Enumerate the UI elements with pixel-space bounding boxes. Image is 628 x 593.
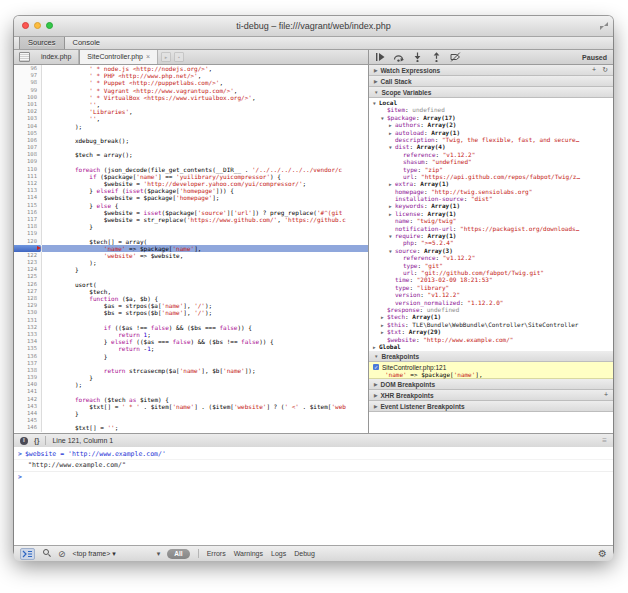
- line-number[interactable]: 133: [14, 331, 42, 338]
- pretty-print-icon[interactable]: {}: [34, 437, 39, 444]
- line-number[interactable]: 108: [14, 151, 42, 158]
- scope-variable[interactable]: ▶Global: [369, 343, 613, 350]
- console-prompt[interactable]: >: [14, 472, 613, 482]
- scope-variable[interactable]: ▼$package: Array(17): [369, 114, 613, 121]
- dom-breakpoints-header[interactable]: ▶ DOM Breakpoints: [369, 379, 613, 390]
- scope-variables-header[interactable]: ▼ Scope Variables: [369, 87, 613, 98]
- line-number[interactable]: 134: [14, 338, 42, 345]
- line-number[interactable]: 101: [14, 101, 42, 108]
- refresh-watch-icon[interactable]: ↻: [602, 65, 608, 75]
- event-listener-breakpoints-header[interactable]: ▶ Event Listener Breakpoints: [369, 401, 613, 412]
- fullscreen-icon[interactable]: [600, 22, 608, 30]
- file-tab[interactable]: SiteController.php×: [79, 50, 158, 64]
- scope-variable[interactable]: type: "zip": [369, 166, 613, 173]
- filter-all[interactable]: All: [167, 549, 189, 559]
- scope-variable[interactable]: notification-url: "https://packagist.org…: [369, 225, 613, 232]
- pause-on-exceptions-icon[interactable]: ‖: [20, 437, 28, 445]
- line-number[interactable]: 139: [14, 374, 42, 381]
- line-number[interactable]: 106: [14, 137, 42, 144]
- line-number[interactable]: 137: [14, 360, 42, 367]
- step-into-button[interactable]: [412, 52, 423, 62]
- scope-variable[interactable]: shasum: "undefined": [369, 158, 613, 165]
- line-number[interactable]: 97: [14, 72, 42, 79]
- scope-variable[interactable]: ▶keywords: Array(1): [369, 202, 613, 209]
- line-number[interactable]: 130: [14, 309, 42, 316]
- settings-gear-icon[interactable]: ⚙: [598, 548, 607, 559]
- context-select-icon[interactable]: ▾: [157, 550, 161, 558]
- line-number[interactable]: 128: [14, 295, 42, 302]
- scope-variable[interactable]: version: "v1.12.2": [369, 291, 613, 298]
- filter-warnings[interactable]: Warnings: [234, 550, 263, 557]
- line-number[interactable]: 112: [14, 180, 42, 187]
- scope-variable[interactable]: reference: "v1.12.2": [369, 151, 613, 158]
- line-number[interactable]: 126: [14, 281, 42, 288]
- search-icon[interactable]: [42, 549, 51, 558]
- line-number[interactable]: 142: [14, 396, 42, 403]
- line-number[interactable]: 129: [14, 302, 42, 309]
- scope-variable[interactable]: version_normalized: "1.12.2.0": [369, 299, 613, 306]
- panel-tab-console[interactable]: Console: [65, 37, 109, 49]
- line-number[interactable]: 100: [14, 94, 42, 101]
- line-number[interactable]: 144: [14, 410, 42, 417]
- watch-expressions-header[interactable]: ▶ Watch Expressions + ↻: [369, 65, 613, 76]
- scope-variable[interactable]: ▶$txt: Array(29): [369, 328, 613, 335]
- step-over-button[interactable]: [393, 52, 404, 62]
- line-number[interactable]: 145: [14, 417, 42, 424]
- scope-variable[interactable]: ▶$tech: Array(1): [369, 313, 613, 320]
- drawer-resize-grip[interactable]: ≡: [602, 436, 607, 445]
- line-number[interactable]: 114: [14, 194, 42, 201]
- line-number[interactable]: 115: [14, 202, 42, 209]
- scope-variable[interactable]: ▶license: Array(1): [369, 210, 613, 217]
- scope-variable[interactable]: $response: undefined: [369, 306, 613, 313]
- line-number[interactable]: 110: [14, 166, 42, 173]
- line-number[interactable]: 118: [14, 223, 42, 230]
- breakpoint-checkbox[interactable]: ✓: [373, 364, 379, 370]
- line-number[interactable]: 132: [14, 324, 42, 331]
- line-number[interactable]: 146: [14, 424, 42, 431]
- close-tab-icon[interactable]: ×: [146, 50, 150, 64]
- line-number[interactable]: 141: [14, 388, 42, 395]
- add-xhr-breakpoint-icon[interactable]: +: [604, 390, 608, 400]
- line-number[interactable]: 123: [14, 259, 42, 266]
- scope-variable[interactable]: url: "git://github.com/fabpot/Twig.git": [369, 269, 613, 276]
- call-stack-header[interactable]: ▶ Call Stack: [369, 76, 613, 87]
- line-number[interactable]: 127: [14, 288, 42, 295]
- line-number[interactable]: 102: [14, 108, 42, 115]
- line-number[interactable]: 105: [14, 130, 42, 137]
- scope-variable[interactable]: ▶$this: TLE\Bundle\WebBundle\Controller\…: [369, 321, 613, 328]
- line-number[interactable]: 135: [14, 345, 42, 352]
- deactivate-breakpoints-button[interactable]: [450, 52, 461, 62]
- scope-variable[interactable]: time: "2013-02-09 18:21:53": [369, 276, 613, 283]
- line-number[interactable]: 143: [14, 403, 42, 410]
- scope-variable[interactable]: installation-source: "dist": [369, 195, 613, 202]
- filter-debug[interactable]: Debug: [294, 550, 315, 557]
- step-out-button[interactable]: [431, 52, 442, 62]
- scope-variable[interactable]: description: "Twig, the flexible, fast, …: [369, 136, 613, 143]
- scope-variable[interactable]: reference: "v1.12.2": [369, 254, 613, 261]
- frame-select[interactable]: <top frame> ▾: [73, 550, 116, 558]
- scope-variable[interactable]: ▶autoload: Array(1): [369, 129, 613, 136]
- line-number[interactable]: 140: [14, 381, 42, 388]
- scope-variable[interactable]: php: ">=5.2.4": [369, 239, 613, 246]
- scope-variable[interactable]: ▼require: Array(1): [369, 232, 613, 239]
- scope-variable[interactable]: ▼dist: Array(4): [369, 143, 613, 150]
- line-number[interactable]: 96: [14, 65, 42, 72]
- scope-variable[interactable]: homepage: "http://twig.sensiolabs.org": [369, 188, 613, 195]
- line-number[interactable]: 113: [14, 187, 42, 194]
- breakpoint-entry[interactable]: ✓ SiteController.php:121 'name' => $pack…: [369, 362, 613, 379]
- line-number[interactable]: 125: [14, 273, 42, 280]
- show-navigator-icon[interactable]: [19, 52, 30, 62]
- scope-variable[interactable]: url: "https://api.github.com/repos/fabpo…: [369, 173, 613, 180]
- scope-variable[interactable]: ▶authors: Array(2): [369, 121, 613, 128]
- file-tab[interactable]: index.php: [34, 50, 79, 64]
- add-watch-icon[interactable]: +: [592, 65, 596, 75]
- scope-variable[interactable]: ▼Local: [369, 99, 613, 106]
- line-number[interactable]: 116: [14, 209, 42, 216]
- line-number[interactable]: 99: [14, 87, 42, 94]
- breakpoints-header[interactable]: ▼ Breakpoints: [369, 351, 613, 362]
- resume-button[interactable]: [375, 52, 385, 62]
- console-toggle-button[interactable]: [20, 548, 35, 560]
- line-number[interactable]: 124: [14, 266, 42, 273]
- scope-variable[interactable]: type: "library": [369, 284, 613, 291]
- line-number[interactable]: 131: [14, 317, 42, 324]
